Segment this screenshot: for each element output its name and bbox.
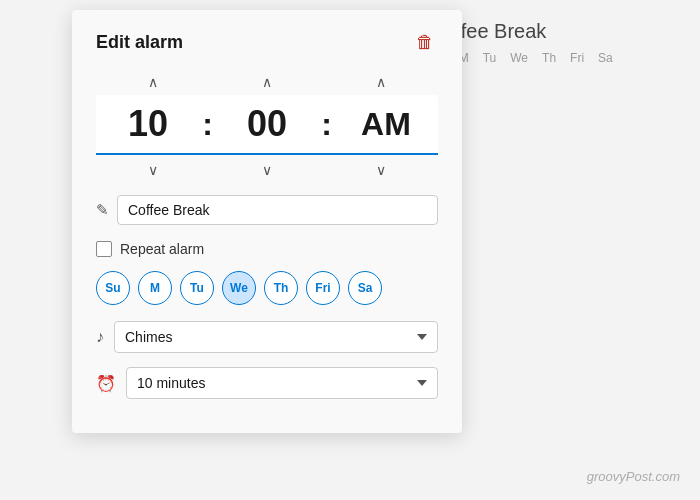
minutes-display[interactable]: 00: [215, 95, 319, 153]
bg-days-row: Su M Tu We Th Fri Sa: [430, 51, 680, 65]
minutes-down-button[interactable]: ∨: [250, 159, 284, 181]
minutes-up-button[interactable]: ∧: [250, 71, 284, 93]
hours-up-button[interactable]: ∧: [136, 71, 170, 93]
repeat-label: Repeat alarm: [120, 241, 204, 257]
days-row: Su M Tu We Th Fri Sa: [96, 271, 438, 305]
day-button-sa[interactable]: Sa: [348, 271, 382, 305]
hours-down-button[interactable]: ∨: [136, 159, 170, 181]
day-button-we[interactable]: We: [222, 271, 256, 305]
time-display: 10 : 00 : AM: [96, 95, 438, 155]
period-display[interactable]: AM: [334, 98, 438, 151]
edit-icon: ✎: [96, 201, 109, 219]
time-separator-2: :: [319, 106, 334, 143]
watermark: groovyPost.com: [587, 469, 680, 484]
day-button-tu[interactable]: Tu: [180, 271, 214, 305]
period-up-button[interactable]: ∧: [364, 71, 398, 93]
alarm-name-input[interactable]: [117, 195, 438, 225]
time-separator-1: :: [200, 106, 215, 143]
bg-alarm-name: Coffee Break: [430, 20, 680, 43]
day-button-m[interactable]: M: [138, 271, 172, 305]
delete-button[interactable]: 🗑: [412, 30, 438, 55]
alarm-name-row: ✎: [96, 195, 438, 225]
edit-alarm-panel: Edit alarm 🗑 ∧ ∧ ∧ 10 : 00 : AM ∨ ∨ ∨ ✎ …: [72, 10, 462, 433]
hours-display[interactable]: 10: [96, 95, 200, 153]
sound-row: ♪ Chimes Alarm Bell Digital None: [96, 321, 438, 353]
sound-select[interactable]: Chimes Alarm Bell Digital None: [114, 321, 438, 353]
day-button-su[interactable]: Su: [96, 271, 130, 305]
day-button-th[interactable]: Th: [264, 271, 298, 305]
day-button-fri[interactable]: Fri: [306, 271, 340, 305]
panel-title: Edit alarm: [96, 32, 183, 53]
repeat-checkbox[interactable]: [96, 241, 112, 257]
sound-icon: ♪: [96, 328, 104, 346]
period-down-button[interactable]: ∨: [364, 159, 398, 181]
panel-header: Edit alarm 🗑: [96, 30, 438, 55]
snooze-icon: ⏰: [96, 374, 116, 393]
snooze-select[interactable]: 5 minutes 10 minutes 15 minutes 20 minut…: [126, 367, 438, 399]
snooze-row: ⏰ 5 minutes 10 minutes 15 minutes 20 min…: [96, 367, 438, 399]
repeat-row: Repeat alarm: [96, 241, 438, 257]
